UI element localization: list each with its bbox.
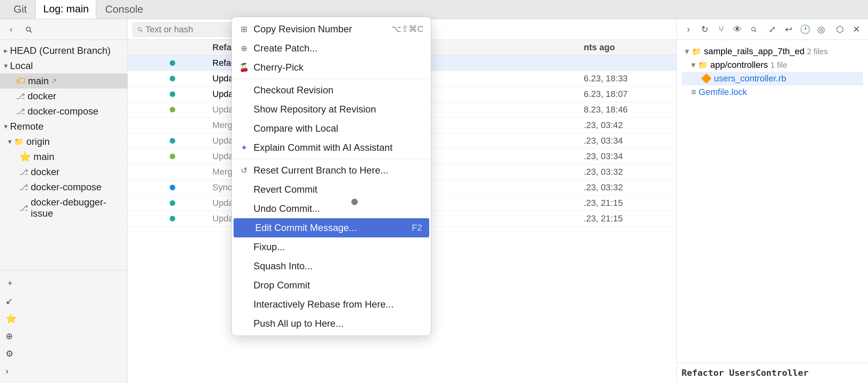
- menu-show-repository[interactable]: Show Repository at Revision: [232, 100, 431, 119]
- right-nav-refresh[interactable]: ↻: [698, 22, 712, 37]
- controllers-folder-icon: 📁: [698, 60, 708, 70]
- edit-shortcut: F2: [412, 223, 422, 233]
- commit-time-2: 6.23, 18:07: [584, 89, 672, 99]
- right-nav-close[interactable]: ✕: [849, 22, 863, 37]
- right-nav-search[interactable]: [747, 22, 761, 37]
- right-nav-branch[interactable]: ⑂: [714, 22, 728, 37]
- menu-show-repository-label: Show Repository at Revision: [254, 104, 376, 115]
- users-controller-label: users_controller.rb: [714, 73, 786, 84]
- origin-dc-label: docker-compose: [31, 182, 101, 193]
- sidebar-item-main[interactable]: 🏷 main ↗: [0, 73, 127, 89]
- file-tree-users-controller[interactable]: 🔶 users_controller.rb: [682, 72, 863, 85]
- menu-edit-commit-msg[interactable]: Edit Commit Message... F2: [234, 218, 429, 237]
- docker-compose-label: docker-compose: [28, 106, 98, 117]
- sidebar-item-origin[interactable]: ▾ 📁 origin: [0, 134, 127, 149]
- controllers-count: 1 file: [770, 61, 787, 70]
- sidebar-item-local[interactable]: ▾ Local: [0, 58, 127, 73]
- menu-squash-into[interactable]: Squash Into...: [232, 257, 431, 276]
- footer-commit-msg: Refactor UsersController: [682, 368, 809, 378]
- menu-fixup[interactable]: Fixup...: [232, 237, 431, 257]
- sidebar-search-toggle[interactable]: [22, 22, 36, 37]
- file-tree-root[interactable]: ▾ 📁 sample_rails_app_7th_ed 2 files: [682, 45, 863, 58]
- ai-icon: ✦: [239, 143, 249, 152]
- sidebar-action-star[interactable]: ⭐: [0, 310, 127, 327]
- right-nav-history[interactable]: 🕐: [798, 22, 812, 37]
- rb-file-icon: 🔶: [701, 73, 711, 84]
- remote-chevron: ▾: [4, 122, 8, 131]
- sidebar-item-docker[interactable]: ⎇ docker: [0, 89, 127, 104]
- sidebar-action-add[interactable]: ＋: [0, 274, 127, 292]
- menu-copy-revision[interactable]: ⊞ Copy Revision Number ⌥⇧⌘C: [232, 20, 431, 39]
- controllers-label: app/controllers: [710, 60, 768, 70]
- sidebar-item-docker-compose[interactable]: ⎇ docker-compose: [0, 104, 127, 119]
- star-icon: ⭐: [6, 314, 16, 324]
- sidebar-item-origin-main[interactable]: ⭐ main: [0, 149, 127, 164]
- origin-folder-icon: 📁: [14, 137, 24, 146]
- sidebar-item-origin-debugger[interactable]: ⎇ docker-debugger-issue: [0, 195, 127, 221]
- cherry-pick-icon: 🍒: [239, 63, 249, 72]
- root-folder-icon: 📁: [692, 47, 702, 56]
- sidebar-item-remote[interactable]: ▾ Remote: [0, 119, 127, 134]
- svg-line-3: [141, 30, 142, 32]
- right-footer: Refactor UsersController: [677, 363, 868, 383]
- menu-push-all-up[interactable]: Push All up to Here...: [232, 314, 431, 333]
- main-branch-label: main: [28, 75, 49, 87]
- file-tree-controllers[interactable]: ▾ 📁 app/controllers 1 file: [682, 58, 863, 72]
- menu-reset-branch[interactable]: ↺ Reset Current Branch to Here...: [232, 161, 431, 180]
- sidebar-item-origin-docker-compose[interactable]: ⎇ docker-compose: [0, 180, 127, 195]
- sidebar-item-origin-docker[interactable]: ⎇ docker: [0, 164, 127, 180]
- sidebar-item-head[interactable]: ▸ HEAD (Current Branch): [0, 43, 127, 58]
- menu-edit-commit-msg-label: Edit Commit Message...: [255, 222, 357, 233]
- remote-label: Remote: [10, 121, 44, 132]
- right-panel: › ↻ ⑂ 👁 ⤢ ↩ 🕐 ◎ ⬡ ✕ ▾ 📁 sam: [676, 19, 868, 383]
- origin-main-icon: ⭐: [19, 151, 31, 162]
- right-nav-expand[interactable]: ⤢: [765, 22, 779, 37]
- sidebar-action-settings[interactable]: ⚙: [0, 345, 127, 362]
- right-content: ▾ 📁 sample_rails_app_7th_ed 2 files ▾ 📁 …: [677, 40, 868, 363]
- sidebar-collapse-btn[interactable]: ‹: [4, 22, 18, 37]
- menu-create-patch[interactable]: ⊕ Create Patch...: [232, 39, 431, 58]
- tab-console[interactable]: Console: [98, 0, 150, 19]
- sidebar-action-push[interactable]: ⊕: [0, 328, 127, 345]
- origin-docker-icon: ⎇: [19, 167, 28, 177]
- menu-undo-commit[interactable]: Undo Commit...: [232, 199, 431, 218]
- menu-compare-local[interactable]: Compare with Local: [232, 119, 431, 138]
- push-icon: ⊕: [6, 331, 13, 342]
- menu-explain-commit[interactable]: ✦ Explain Commit with AI Assistant: [232, 138, 431, 157]
- menu-sep-2: [232, 159, 431, 159]
- menu-squash-into-label: Squash Into...: [254, 261, 313, 272]
- tab-git[interactable]: Git: [6, 0, 34, 19]
- commit-time-3: 8.23, 18:46: [584, 105, 672, 115]
- menu-drop-commit[interactable]: Drop Commit: [232, 276, 431, 295]
- menu-checkout-revision[interactable]: Checkout Revision: [232, 81, 431, 100]
- menu-create-patch-label: Create Patch...: [254, 43, 317, 54]
- file-tree-gemfile-lock[interactable]: ≡ Gemfile.lock: [682, 85, 863, 99]
- settings-icon: ⚙: [6, 349, 14, 359]
- main-branch-arrow: ↗: [51, 77, 57, 85]
- root-label: sample_rails_app_7th_ed: [704, 46, 805, 57]
- origin-label: origin: [26, 136, 50, 147]
- svg-line-1: [30, 31, 32, 32]
- right-toolbar: › ↻ ⑂ 👁 ⤢ ↩ 🕐 ◎ ⬡ ✕: [677, 19, 868, 40]
- menu-revert-commit[interactable]: Revert Commit: [232, 180, 431, 199]
- right-nav-eye[interactable]: 👁: [730, 22, 744, 37]
- docker-branch-label: docker: [28, 91, 56, 102]
- docker-compose-icon: ⎇: [16, 107, 25, 116]
- menu-fixup-label: Fixup...: [254, 241, 285, 253]
- add-icon: ＋: [6, 277, 14, 289]
- menu-interactively-rebase[interactable]: Interactively Rebase from Here...: [232, 295, 431, 314]
- right-nav-undo[interactable]: ↩: [782, 22, 796, 37]
- right-nav-forward[interactable]: ›: [682, 22, 696, 37]
- menu-copy-revision-label: Copy Revision Number: [254, 24, 352, 35]
- origin-debugger-icon: ⎇: [19, 203, 28, 213]
- right-nav-preview[interactable]: ◎: [814, 22, 828, 37]
- menu-cherry-pick[interactable]: 🍒 Cherry-Pick: [232, 58, 431, 77]
- sidebar: ‹ ▸ HEAD (Current Branch) ▾ Local 🏷: [0, 19, 128, 383]
- sidebar-action-expand[interactable]: ›: [0, 363, 127, 380]
- main-branch-icon: 🏷: [16, 75, 26, 87]
- sidebar-action-fetch[interactable]: ↙: [0, 293, 127, 310]
- right-nav-maximize[interactable]: ⬡: [833, 22, 847, 37]
- commit-time-10: .23, 21:15: [584, 213, 672, 224]
- sidebar-toolbar: ‹: [0, 19, 127, 40]
- tab-log-main[interactable]: Log: main: [36, 0, 96, 19]
